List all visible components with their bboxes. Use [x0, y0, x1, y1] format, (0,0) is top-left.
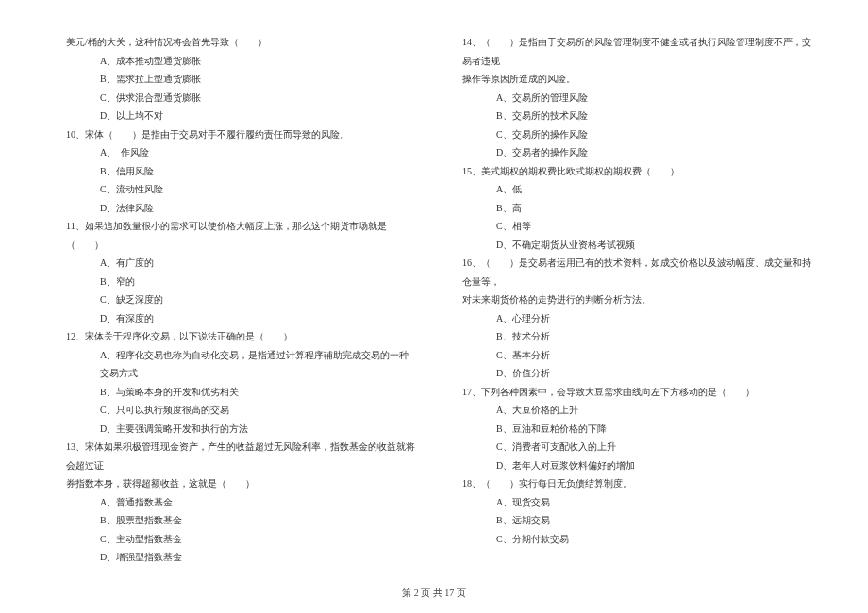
q16-opt-b: B、技术分析	[462, 327, 811, 346]
q-cont-opt-d: D、以上均不对	[66, 107, 415, 125]
q-cont-opt-b: B、需求拉上型通货膨胀	[66, 70, 415, 89]
q18-opt-a: A、现货交易	[462, 493, 811, 512]
q14-opt-c: C、交易所的操作风险	[462, 125, 811, 144]
q15-opt-a: A、低	[462, 180, 811, 199]
q17-opt-b: B、豆油和豆粕价格的下降	[462, 420, 811, 439]
q-cont-opt-a: A、成本推动型通货膨胀	[66, 52, 415, 71]
q18-opt-b: B、远期交易	[462, 511, 811, 530]
q11-opt-a: A、有广度的	[66, 254, 415, 273]
left-column: 美元/桶的大关，这种情况将会首先导致（ ） A、成本推动型通货膨胀 B、需求拉上…	[66, 33, 415, 567]
q17-opt-d: D、老年人对豆浆饮料偏好的增加	[462, 456, 811, 475]
q11-stem: 11、如果追加数量很小的需求可以使价格大幅度上涨，那么这个期货市场就是（ ）	[66, 217, 415, 254]
q-cont-stem: 美元/桶的大关，这种情况将会首先导致（ ）	[66, 33, 415, 52]
q10-opt-b: B、信用风险	[66, 162, 415, 181]
right-column: 14、（ ）是指由于交易所的风险管理制度不健全或者执行风险管理制度不严，交易者违…	[462, 33, 811, 567]
q10-opt-c: C、流动性风险	[66, 180, 415, 199]
q12-opt-d: D、主要强调策略开发和执行的方法	[66, 420, 415, 439]
page-body: 美元/桶的大关，这种情况将会首先导致（ ） A、成本推动型通货膨胀 B、需求拉上…	[0, 0, 868, 595]
q12-opt-b: B、与策略本身的开发和优劣相关	[66, 383, 415, 402]
q14-opt-b: B、交易所的技术风险	[462, 107, 811, 125]
q11-opt-d: D、有深度的	[66, 309, 415, 328]
q13-opt-d: D、增强型指数基金	[66, 548, 415, 567]
page-footer: 第 2 页 共 17 页	[0, 587, 868, 600]
q15-opt-c: C、相等	[462, 217, 811, 236]
q13-stem-a: 13、宋体如果积极管理现金资产，产生的收益超过无风险利率，指数基金的收益就将会超…	[66, 438, 415, 474]
q10-opt-d: D、法律风险	[66, 199, 415, 218]
q16-stem-b: 对未来期货价格的走势进行的判断分析方法。	[462, 290, 811, 309]
q18-opt-c: C、分期付款交易	[462, 530, 811, 549]
q15-opt-d: D、不确定期货从业资格考试视频	[462, 236, 811, 255]
q14-opt-a: A、交易所的管理风险	[462, 89, 811, 108]
q13-opt-b: B、股票型指数基金	[66, 511, 415, 530]
q17-opt-c: C、消费者可支配收入的上升	[462, 438, 811, 456]
q17-opt-a: A、大豆价格的上升	[462, 401, 811, 420]
q11-opt-c: C、缺乏深度的	[66, 290, 415, 309]
q13-stem-b: 券指数本身，获得超额收益，这就是（ ）	[66, 474, 415, 493]
q16-opt-d: D、价值分析	[462, 364, 811, 383]
q12-stem: 12、宋体关于程序化交易，以下说法正确的是（ ）	[66, 327, 415, 346]
q14-stem-a: 14、（ ）是指由于交易所的风险管理制度不健全或者执行风险管理制度不严，交易者违…	[462, 33, 811, 70]
q17-stem: 17、下列各种因素中，会导致大豆需求曲线向左下方移动的是（ ）	[462, 383, 811, 402]
q-cont-opt-c: C、供求混合型通货膨胀	[66, 89, 415, 108]
q10-opt-a: A、_作风险	[66, 143, 415, 162]
q14-stem-b: 操作等原因所造成的风险。	[462, 70, 811, 89]
q13-opt-c: C、主动型指数基金	[66, 530, 415, 549]
q16-stem-a: 16、（ ）是交易者运用已有的技术资料，如成交价格以及波动幅度、成交量和持仓量等…	[462, 254, 811, 290]
q15-stem: 15、美式期权的期权费比欧式期权的期权费（ ）	[462, 162, 811, 181]
q12-opt-a: A、程序化交易也称为自动化交易，是指通过计算程序辅助完成交易的一种交易方式	[66, 346, 415, 383]
q13-opt-a: A、普通指数基金	[66, 493, 415, 512]
q18-stem: 18、（ ）实行每日无负债结算制度。	[462, 474, 811, 493]
q16-opt-c: C、基本分析	[462, 346, 811, 365]
q11-opt-b: B、窄的	[66, 273, 415, 291]
q16-opt-a: A、心理分析	[462, 309, 811, 328]
q14-opt-d: D、交易者的操作风险	[462, 143, 811, 162]
q12-opt-c: C、只可以执行频度很高的交易	[66, 401, 415, 420]
q15-opt-b: B、高	[462, 199, 811, 218]
q10-stem: 10、宋体（ ）是指由于交易对手不履行履约责任而导致的风险。	[66, 125, 415, 144]
